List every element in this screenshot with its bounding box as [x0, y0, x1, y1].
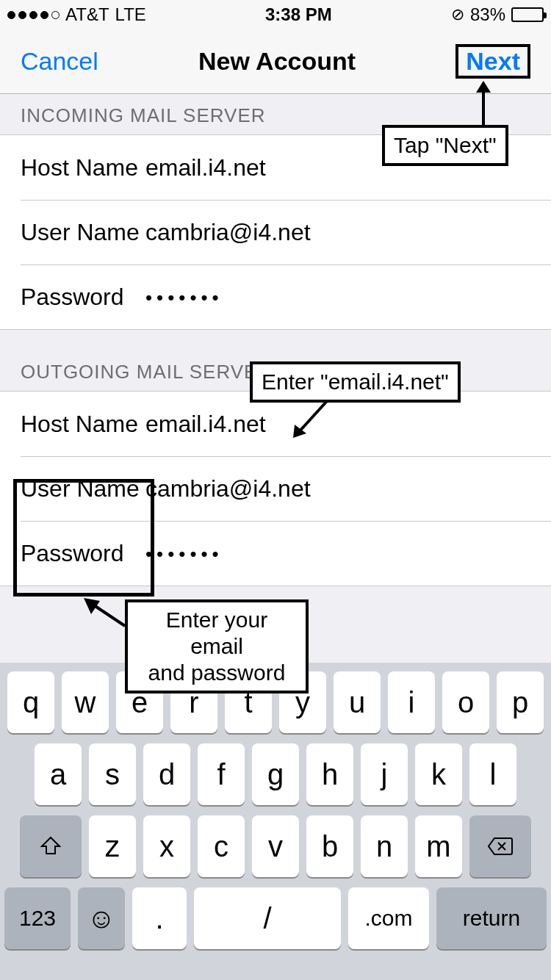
keyboard-row-3: z x c v b n m: [4, 815, 547, 877]
key-m[interactable]: m: [415, 815, 462, 877]
clock-label: 3:38 PM: [265, 4, 332, 25]
incoming-password-label: Password: [21, 284, 145, 311]
key-x[interactable]: x: [143, 815, 190, 877]
page-title: New Account: [198, 47, 356, 76]
svg-marker-1: [476, 81, 491, 93]
incoming-user-input[interactable]: cambria@i4.net: [145, 219, 551, 246]
incoming-user-row[interactable]: User Name cambria@i4.net: [21, 200, 551, 264]
keyboard-row-2: a s d f g h j k l: [4, 743, 547, 805]
key-j[interactable]: j: [361, 743, 408, 805]
annotation-enter-host: Enter "email.i4.net": [250, 361, 461, 403]
outgoing-user-input[interactable]: cambria@i4.net: [145, 475, 551, 502]
outgoing-password-label: Password: [21, 540, 145, 567]
status-bar: AT&T LTE 3:38 PM ⊘ 83%: [0, 0, 551, 29]
emoji-icon: ☺: [87, 903, 116, 934]
annotation-arrow-host-icon: [290, 397, 334, 441]
key-f[interactable]: f: [198, 743, 245, 805]
key-p[interactable]: p: [497, 671, 544, 733]
outgoing-host-input[interactable]: email.i4.net: [145, 411, 551, 438]
key-l[interactable]: l: [469, 743, 516, 805]
incoming-user-label: User Name: [21, 219, 145, 246]
software-keyboard: q w e r t y u i o p a s d f g h j k l z …: [0, 663, 551, 980]
key-h[interactable]: h: [306, 743, 353, 805]
key-a[interactable]: a: [35, 743, 82, 805]
signal-strength-icon: [7, 11, 60, 19]
keyboard-row-4: 123 ☺ . / .com return: [4, 887, 547, 949]
key-g[interactable]: g: [252, 743, 299, 805]
key-q[interactable]: q: [7, 671, 54, 733]
outgoing-password-row[interactable]: Password •••••••: [21, 521, 551, 586]
annotation-enter-credentials-line2: and password: [148, 660, 286, 685]
annotation-arrow-credentials-icon: [81, 597, 132, 633]
key-u[interactable]: u: [334, 671, 381, 733]
key-dotcom[interactable]: .com: [348, 887, 429, 949]
annotation-enter-credentials: Enter your email and password: [125, 599, 309, 693]
incoming-host-label: Host Name: [21, 154, 145, 181]
key-return[interactable]: return: [436, 887, 547, 949]
key-d[interactable]: d: [143, 743, 190, 805]
next-button-highlight-box: Next: [455, 44, 530, 79]
annotation-enter-credentials-line1: Enter your email: [166, 608, 267, 658]
key-s[interactable]: s: [89, 743, 136, 805]
backspace-icon: [487, 837, 514, 856]
annotation-arrow-next-icon: [469, 81, 498, 128]
incoming-password-input[interactable]: •••••••: [145, 288, 551, 307]
status-left: AT&T LTE: [7, 4, 146, 25]
key-b[interactable]: b: [306, 815, 353, 877]
cancel-button[interactable]: Cancel: [21, 47, 98, 76]
key-v[interactable]: v: [252, 815, 299, 877]
battery-icon: [511, 7, 544, 22]
key-period[interactable]: .: [132, 887, 187, 949]
outgoing-group: Host Name email.i4.net User Name cambria…: [0, 391, 551, 586]
key-n[interactable]: n: [361, 815, 408, 877]
annotation-tap-next: Tap "Next": [382, 125, 508, 166]
shift-icon: [40, 836, 61, 857]
incoming-password-row[interactable]: Password •••••••: [21, 264, 551, 329]
status-right: ⊘ 83%: [451, 4, 544, 25]
key-o[interactable]: o: [442, 671, 489, 733]
key-backspace[interactable]: [469, 815, 531, 877]
battery-percent-label: 83%: [470, 4, 505, 25]
key-shift[interactable]: [20, 815, 82, 877]
key-i[interactable]: i: [388, 671, 435, 733]
key-c[interactable]: c: [198, 815, 245, 877]
svg-line-2: [298, 401, 327, 433]
outgoing-password-input[interactable]: •••••••: [145, 544, 551, 563]
key-emoji[interactable]: ☺: [78, 887, 125, 949]
key-w[interactable]: w: [62, 671, 109, 733]
outgoing-host-label: Host Name: [21, 411, 145, 438]
carrier-label: AT&T: [65, 4, 109, 25]
key-k[interactable]: k: [415, 743, 462, 805]
key-numbers[interactable]: 123: [4, 887, 71, 949]
outgoing-user-label: User Name: [21, 475, 145, 502]
orientation-lock-icon: ⊘: [451, 5, 464, 24]
outgoing-user-row[interactable]: User Name cambria@i4.net: [21, 456, 551, 521]
network-label: LTE: [115, 4, 146, 25]
key-z[interactable]: z: [89, 815, 136, 877]
outgoing-section-header: OUTGOING MAIL SERVER: [21, 361, 272, 383]
next-button[interactable]: Next: [466, 47, 520, 75]
key-slash[interactable]: /: [194, 887, 341, 949]
